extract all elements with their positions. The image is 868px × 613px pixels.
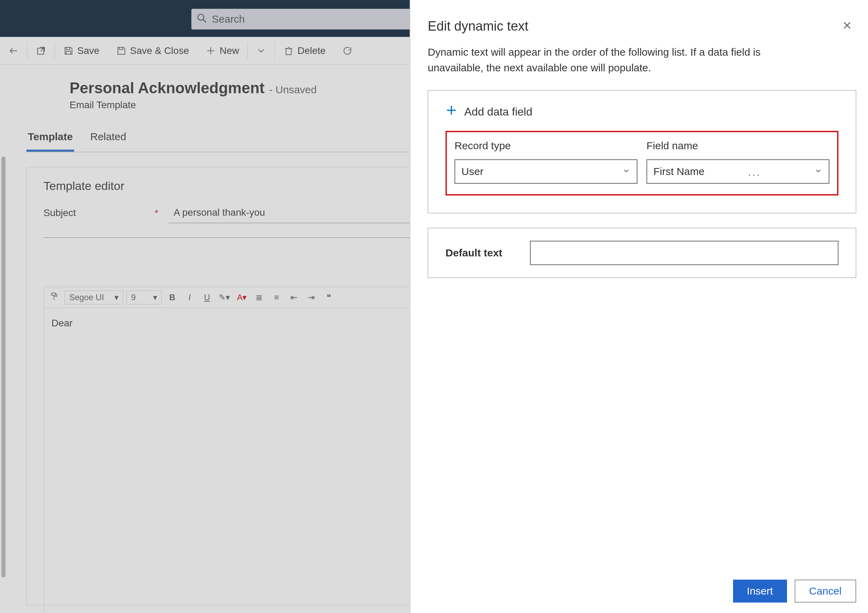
new-dropdown[interactable] — [248, 37, 275, 64]
add-data-field-button[interactable]: Add data field — [445, 104, 839, 119]
caret-down-icon: ▾ — [115, 293, 119, 302]
trash-icon — [284, 46, 294, 56]
new-label: New — [219, 45, 239, 56]
save-close-icon — [116, 46, 127, 56]
svg-rect-7 — [119, 47, 123, 50]
chevron-down-icon — [622, 166, 631, 177]
plus-icon — [206, 46, 216, 56]
record-type-value: User — [462, 166, 484, 177]
outdent-icon: ⇤ — [290, 293, 297, 302]
page-status: - Unsaved — [269, 84, 317, 95]
record-type-select[interactable]: User — [454, 159, 637, 184]
font-size-select[interactable]: 9 ▾ — [127, 290, 162, 304]
tab-template[interactable]: Template — [26, 131, 74, 152]
data-fields-card: Add data field Record type Field name Us… — [428, 90, 856, 213]
cancel-button[interactable]: Cancel — [795, 580, 856, 602]
open-external-button[interactable] — [28, 37, 54, 64]
highlight-icon: ✎▾ — [219, 293, 230, 302]
delete-button[interactable]: Delete — [275, 37, 334, 64]
svg-rect-13 — [51, 293, 55, 295]
font-color-button[interactable]: A▾ — [235, 290, 249, 304]
page-title: Personal Acknowledgment — [70, 79, 265, 96]
more-icon: ··· — [748, 168, 761, 180]
font-size-value: 9 — [131, 293, 136, 302]
save-close-label: Save & Close — [130, 45, 189, 56]
save-button[interactable]: Save — [55, 37, 108, 64]
new-button[interactable]: New — [197, 37, 247, 64]
bold-button[interactable]: B — [165, 290, 179, 304]
save-icon — [63, 46, 74, 56]
svg-line-1 — [203, 19, 206, 22]
required-indicator: * — [155, 208, 158, 219]
field-name-label: Field name — [646, 140, 829, 152]
refresh-icon — [342, 46, 353, 56]
bullet-list-button[interactable]: ≣ — [252, 290, 266, 304]
save-close-button[interactable]: Save & Close — [108, 37, 197, 64]
default-text-label: Default text — [445, 247, 502, 259]
row-more-button[interactable]: ··· — [748, 168, 761, 180]
search-placeholder: Search — [212, 13, 245, 25]
data-field-row-highlight: Record type Field name User First Name — [445, 131, 839, 196]
search-icon — [197, 13, 207, 26]
panel-title: Edit dynamic text — [428, 19, 856, 34]
chevron-down-icon — [256, 46, 267, 56]
page-subtitle: Email Template — [70, 99, 317, 111]
insert-button[interactable]: Insert — [733, 580, 787, 602]
font-color-icon: A▾ — [237, 293, 246, 302]
refresh-button[interactable] — [334, 37, 361, 64]
subject-label: Subject — [43, 207, 155, 219]
save-label: Save — [77, 45, 99, 56]
indent-icon: ⇥ — [308, 293, 315, 302]
font-family-value: Segoe UI — [69, 293, 104, 302]
bullet-list-icon: ≣ — [256, 293, 263, 302]
panel-description: Dynamic text will appear in the order of… — [428, 44, 797, 76]
svg-rect-6 — [67, 51, 71, 54]
field-name-value: First Name — [653, 166, 705, 177]
outdent-button[interactable]: ⇤ — [287, 290, 301, 304]
highlight-button[interactable]: ✎▾ — [217, 290, 231, 304]
back-button[interactable] — [0, 37, 27, 64]
underline-icon: U — [204, 293, 210, 302]
svg-rect-5 — [67, 47, 70, 50]
panel-close-button[interactable] — [840, 20, 854, 33]
format-painter-button[interactable] — [47, 290, 61, 304]
record-type-label: Record type — [454, 140, 637, 152]
default-text-input[interactable] — [530, 241, 839, 265]
field-name-select[interactable]: First Name — [646, 159, 829, 184]
delete-label: Delete — [297, 45, 326, 56]
panel-footer: Insert Cancel — [733, 580, 856, 602]
edit-dynamic-text-panel: Edit dynamic text Dynamic text will appe… — [410, 0, 868, 613]
indent-button[interactable]: ⇥ — [304, 290, 318, 304]
add-data-field-label: Add data field — [464, 106, 532, 118]
plus-icon — [445, 104, 457, 119]
open-external-icon — [36, 46, 46, 56]
default-text-card: Default text — [428, 228, 856, 278]
quote-button[interactable]: ❝ — [322, 290, 336, 304]
quote-icon: ❝ — [327, 293, 331, 302]
svg-rect-10 — [286, 48, 291, 54]
font-family-select[interactable]: Segoe UI ▾ — [65, 290, 123, 304]
tab-related[interactable]: Related — [89, 131, 127, 152]
scrollbar-thumb[interactable] — [2, 157, 6, 577]
close-icon — [842, 20, 852, 33]
arrow-left-icon — [8, 46, 19, 56]
format-painter-icon — [50, 292, 59, 303]
bold-icon: B — [169, 293, 175, 302]
italic-button[interactable]: I — [183, 290, 197, 304]
underline-button[interactable]: U — [200, 290, 214, 304]
number-list-button[interactable]: ≡ — [270, 290, 284, 304]
chevron-down-icon — [814, 166, 822, 177]
page-header: Personal Acknowledgment - Unsaved Email … — [70, 79, 317, 111]
caret-down-icon: ▾ — [153, 293, 157, 302]
svg-point-0 — [198, 14, 204, 20]
number-list-icon: ≡ — [274, 293, 279, 302]
italic-icon: I — [189, 293, 191, 302]
